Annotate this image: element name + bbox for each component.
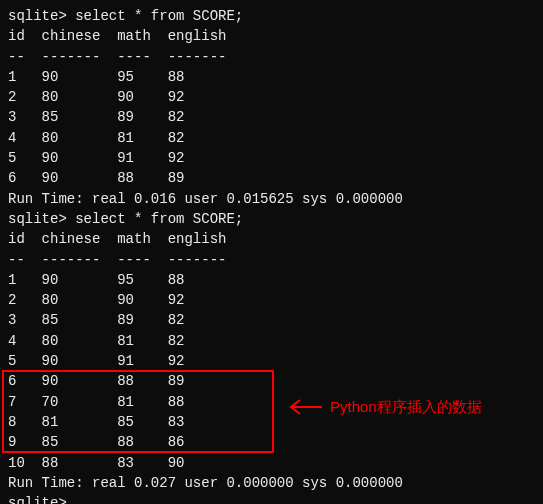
table-row: 1 90 95 88	[8, 67, 535, 87]
annotation: Python程序插入的数据	[288, 396, 482, 418]
table-row: 3 85 89 82	[8, 310, 535, 330]
table-row: 10 88 83 90	[8, 453, 535, 473]
terminal-output: sqlite> select * from SCORE;id chinese m…	[8, 6, 535, 504]
table-row: 2 80 90 92	[8, 290, 535, 310]
table-row: 2 80 90 92	[8, 87, 535, 107]
runtime-line: Run Time: real 0.016 user 0.015625 sys 0…	[8, 189, 535, 209]
sql-prompt-line: sqlite>	[8, 493, 535, 504]
annotation-text: Python程序插入的数据	[330, 396, 482, 418]
table-row: 9 85 88 86	[8, 432, 535, 452]
table-row: 4 80 81 82	[8, 331, 535, 351]
sql-prompt-line: sqlite> select * from SCORE;	[8, 209, 535, 229]
table-row: 5 90 91 92	[8, 351, 535, 371]
table-row: 6 90 88 89	[8, 168, 535, 188]
table-row: 4 80 81 82	[8, 128, 535, 148]
arrow-left-icon	[288, 397, 324, 417]
sql-prompt-line: sqlite> select * from SCORE;	[8, 6, 535, 26]
table-row: 1 90 95 88	[8, 270, 535, 290]
runtime-line: Run Time: real 0.027 user 0.000000 sys 0…	[8, 473, 535, 493]
table-header: id chinese math english	[8, 26, 535, 46]
table-header: id chinese math english	[8, 229, 535, 249]
table-separator: -- ------- ---- -------	[8, 47, 535, 67]
table-separator: -- ------- ---- -------	[8, 250, 535, 270]
table-row: 3 85 89 82	[8, 107, 535, 127]
table-row: 5 90 91 92	[8, 148, 535, 168]
table-row: 6 90 88 89	[8, 371, 535, 391]
